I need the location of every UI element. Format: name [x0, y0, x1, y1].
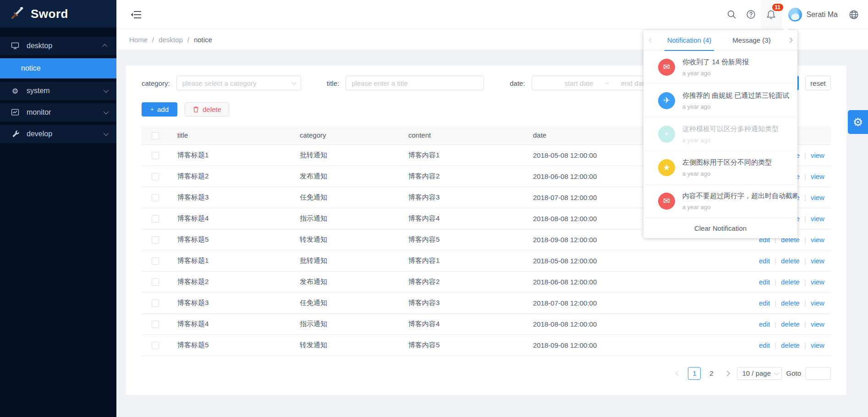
- notification-item[interactable]: + 这种模板可以区分多种通知类型 a year ago: [643, 117, 797, 151]
- delete-link[interactable]: delete: [781, 320, 800, 328]
- delete-link[interactable]: delete: [781, 257, 800, 265]
- view-link[interactable]: view: [811, 341, 824, 349]
- title-input[interactable]: [346, 76, 484, 90]
- row-checkbox[interactable]: [152, 342, 159, 349]
- notification-tabs: Notification (4) Message (3): [643, 30, 797, 50]
- edit-link[interactable]: edit: [759, 341, 770, 349]
- cell-category: 发布通知: [297, 271, 406, 292]
- view-link[interactable]: view: [811, 215, 824, 222]
- select-all-checkbox[interactable]: [152, 132, 159, 139]
- cell-category: 转发通知: [297, 334, 406, 356]
- view-link[interactable]: view: [811, 299, 824, 307]
- row-checkbox[interactable]: [152, 236, 159, 244]
- view-link[interactable]: view: [811, 194, 824, 201]
- notification-list: ✉ 你收到了 14 份新周报 a year ago ✈ 你推荐的 曲妮妮 已通过…: [643, 50, 797, 218]
- sidebar-menu: desktop notice ⚙ system monitor: [0, 28, 116, 143]
- edit-link[interactable]: edit: [759, 299, 770, 307]
- tabs-scroll-right[interactable]: [783, 30, 797, 50]
- notification-item[interactable]: ✈ 你推荐的 曲妮妮 已通过第三轮面试 a year ago: [643, 84, 797, 117]
- table-row: 博客标题4 指示通知 博客内容4 2018-08-08 12:00:00 edi…: [142, 313, 831, 334]
- chevron-up-icon: [102, 44, 107, 49]
- row-checkbox[interactable]: [152, 278, 159, 286]
- cell-title: 博客标题3: [175, 292, 297, 313]
- row-checkbox[interactable]: [152, 173, 159, 180]
- notification-type-icon: ★: [658, 159, 675, 176]
- globe-icon[interactable]: [844, 0, 863, 29]
- cell-content: 博客内容4: [406, 313, 530, 334]
- prev-page-button[interactable]: [673, 367, 684, 380]
- edit-link[interactable]: edit: [759, 278, 770, 286]
- help-icon[interactable]: [742, 0, 761, 29]
- notification-text: 你收到了 14 份新周报: [682, 58, 749, 67]
- view-link[interactable]: view: [811, 278, 824, 286]
- sidebar-item-notice[interactable]: notice: [0, 58, 116, 78]
- category-select[interactable]: please select a category: [176, 76, 301, 90]
- notification-item[interactable]: ✉ 你收到了 14 份新周报 a year ago: [643, 50, 797, 84]
- view-link[interactable]: view: [811, 257, 824, 265]
- cell-date: 2018-09-08 12:00:00: [530, 334, 756, 356]
- clear-notification-button[interactable]: Clear Notification: [643, 218, 797, 238]
- row-checkbox[interactable]: [152, 300, 159, 307]
- delete-link[interactable]: delete: [781, 278, 800, 286]
- row-checkbox[interactable]: [152, 321, 159, 328]
- user-name[interactable]: Serati Ma: [807, 11, 838, 19]
- topbar-actions: 11 Serati Ma: [722, 0, 863, 29]
- view-link[interactable]: view: [811, 320, 824, 328]
- breadcrumb-home[interactable]: Home: [129, 36, 148, 44]
- reset-button[interactable]: reset: [805, 76, 831, 90]
- sidebar-item-system[interactable]: ⚙ system: [0, 82, 116, 100]
- app-root: Sword desktop notice ⚙ system: [0, 0, 868, 417]
- notifications-bell[interactable]: 11: [761, 0, 782, 29]
- tab-message[interactable]: Message (3): [720, 30, 783, 50]
- cell-content: 博客内容1: [406, 145, 530, 166]
- user-avatar[interactable]: [788, 8, 802, 22]
- edit-link[interactable]: edit: [759, 320, 770, 328]
- add-button[interactable]: add: [142, 102, 177, 117]
- breadcrumb-desktop[interactable]: desktop: [159, 36, 183, 44]
- cell-category: 任免通知: [297, 187, 406, 208]
- row-checkbox[interactable]: [152, 194, 159, 201]
- edit-link[interactable]: edit: [759, 257, 770, 265]
- row-checkbox[interactable]: [152, 257, 159, 265]
- cell-content: 博客内容2: [406, 271, 530, 292]
- row-checkbox[interactable]: [152, 152, 159, 159]
- sidebar-item-label: monitor: [27, 108, 51, 117]
- cell-date: 2018-05-08 12:00:00: [530, 250, 756, 271]
- sidebar-item-develop[interactable]: develop: [0, 125, 116, 143]
- page-button-2[interactable]: 2: [705, 367, 718, 380]
- action-separator: |: [804, 278, 806, 286]
- tabs-scroll-left[interactable]: [643, 30, 658, 50]
- search-icon[interactable]: [722, 0, 742, 29]
- page-button-1[interactable]: 1: [688, 367, 701, 380]
- menu-fold-icon[interactable]: [128, 7, 144, 22]
- top-header: 11 Serati Ma: [116, 0, 868, 29]
- notification-item[interactable]: ✉ 内容不要超过两行字，超出时自动截断 a year ago: [643, 184, 797, 218]
- cell-title: 博客标题2: [175, 166, 297, 187]
- settings-fab[interactable]: ⚙: [848, 110, 868, 134]
- view-link[interactable]: view: [811, 236, 824, 244]
- row-checkbox[interactable]: [152, 215, 159, 222]
- page-size-select[interactable]: 10 / page: [737, 367, 782, 380]
- tab-notification[interactable]: Notification (4): [658, 30, 720, 50]
- sidebar-item-desktop[interactable]: desktop: [0, 37, 116, 55]
- sidebar-item-monitor[interactable]: monitor: [0, 103, 116, 122]
- sidebar: Sword desktop notice ⚙ system: [0, 0, 116, 417]
- delete-link[interactable]: delete: [781, 341, 800, 349]
- cell-category: 批转通知: [297, 145, 406, 166]
- next-page-button[interactable]: [722, 367, 733, 380]
- start-date-placeholder: start date: [565, 79, 593, 87]
- sword-icon: [10, 6, 25, 22]
- chevron-left-icon: [648, 38, 653, 43]
- sidebar-item-label: desktop: [27, 42, 52, 50]
- notification-item[interactable]: ★ 左侧图标用于区分不同的类型 a year ago: [643, 151, 797, 184]
- notification-time: a year ago: [682, 103, 789, 110]
- view-link[interactable]: view: [811, 151, 824, 159]
- notification-type-icon: ✉: [658, 59, 675, 76]
- goto-page-input[interactable]: [805, 367, 831, 380]
- cell-title: 博客标题2: [175, 271, 297, 292]
- view-link[interactable]: view: [811, 172, 824, 180]
- cell-content: 博客内容1: [406, 250, 530, 271]
- delete-button[interactable]: delete: [185, 102, 229, 117]
- delete-link[interactable]: delete: [781, 299, 800, 307]
- column-header-title: title: [175, 126, 297, 145]
